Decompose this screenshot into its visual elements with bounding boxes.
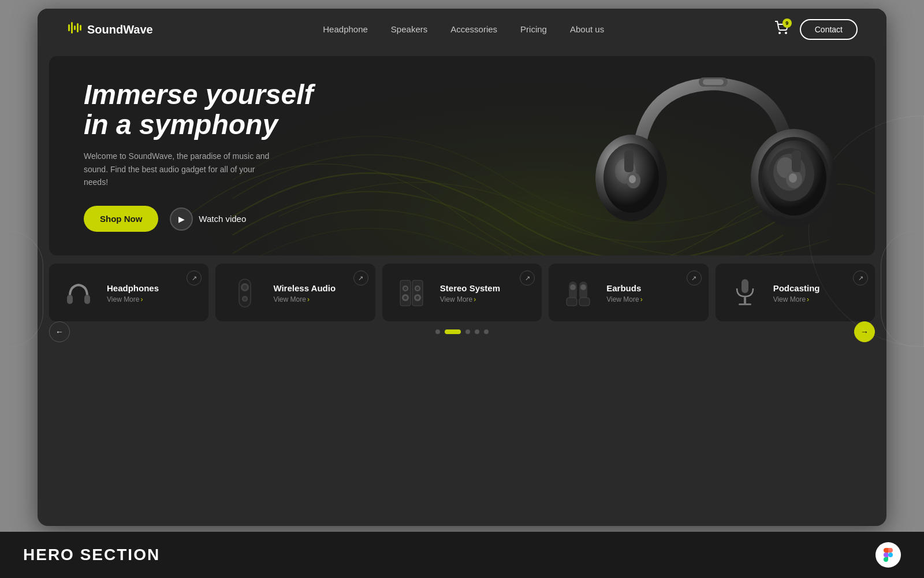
svg-rect-22 — [703, 79, 724, 85]
section-label: HERO SECTION — [23, 546, 160, 564]
view-more: View More› — [107, 295, 159, 303]
svg-rect-33 — [400, 280, 411, 306]
figma-icon — [875, 542, 901, 568]
nav-right: 9 Contact — [774, 19, 858, 40]
product-name: Wireless Audio — [273, 283, 336, 293]
dot-3[interactable] — [465, 329, 470, 334]
hero-subtitle: Welcome to SoundWave, the paradise of mu… — [84, 150, 280, 188]
svg-rect-2 — [74, 25, 76, 30]
svg-rect-50 — [744, 297, 746, 303]
view-more: View More› — [606, 295, 642, 303]
dot-1[interactable] — [435, 329, 440, 334]
svg-rect-23 — [624, 150, 634, 172]
browser-window: SoundWave Headphone Speakers Accessories… — [38, 9, 886, 526]
nav-item-headphone[interactable]: Headphone — [323, 24, 368, 35]
bottom-bar: HERO SECTION — [0, 532, 924, 578]
logo-icon — [66, 20, 83, 39]
arrow-icon: ↗ — [520, 271, 535, 286]
svg-rect-49 — [742, 279, 748, 293]
product-info-podcasting: Podcasting View More› — [773, 283, 820, 303]
svg-rect-47 — [567, 298, 577, 306]
next-button[interactable]: → — [854, 321, 875, 342]
product-name: Stereo System — [440, 283, 500, 293]
svg-rect-25 — [67, 295, 73, 304]
dot-5[interactable] — [484, 329, 489, 334]
play-icon: ▶ — [170, 208, 193, 231]
svg-rect-3 — [77, 23, 79, 32]
svg-point-42 — [416, 296, 419, 299]
svg-point-20 — [789, 173, 797, 183]
hero-section: Immerse yourself in a symphony Welcome t… — [49, 56, 875, 255]
stereo-icon — [392, 273, 432, 313]
svg-rect-43 — [569, 281, 577, 300]
svg-rect-4 — [80, 25, 81, 31]
svg-rect-44 — [579, 281, 587, 300]
hero-actions: Shop Now ▶ Watch video — [84, 206, 314, 232]
svg-rect-48 — [579, 298, 590, 306]
svg-rect-0 — [68, 24, 70, 31]
svg-point-46 — [580, 284, 586, 290]
nav-item-speakers[interactable]: Speakers — [391, 24, 427, 35]
dot-2-active[interactable] — [445, 329, 461, 334]
product-name: Headphones — [107, 283, 159, 293]
dot-4[interactable] — [475, 329, 479, 334]
watch-video-button[interactable]: ▶ Watch video — [170, 208, 246, 231]
product-info-earbuds: Earbuds View More› — [606, 283, 642, 303]
prev-button[interactable]: ← — [49, 321, 70, 342]
svg-rect-1 — [71, 22, 73, 34]
nav-item-pricing[interactable]: Pricing — [520, 24, 547, 35]
speaker-icon — [225, 273, 265, 313]
cart-button[interactable]: 9 — [774, 21, 788, 38]
navbar: SoundWave Headphone Speakers Accessories… — [38, 9, 886, 50]
arrow-icon: ↗ — [353, 271, 368, 286]
svg-point-38 — [416, 287, 419, 290]
product-card-earbuds[interactable]: ↗ Earbuds View More› — [549, 264, 708, 321]
product-info-stereo: Stereo System View More› — [440, 283, 500, 303]
svg-point-30 — [243, 285, 247, 290]
products-row: ↗ Headphones View More› ↗ — [49, 264, 875, 321]
nav-item-accessories[interactable]: Accessories — [450, 24, 497, 35]
svg-rect-24 — [792, 150, 801, 172]
product-card-podcasting[interactable]: ↗ Podcasting View More› — [716, 264, 875, 321]
hero-content: Immerse yourself in a symphony Welcome t… — [49, 57, 348, 255]
contact-button[interactable]: Contact — [800, 19, 858, 40]
headphone-svg — [580, 56, 846, 255]
product-info-headphones: Headphones View More› — [107, 283, 159, 303]
shop-now-button[interactable]: Shop Now — [84, 206, 158, 232]
logo[interactable]: SoundWave — [66, 20, 153, 39]
arrow-icon: ↗ — [187, 271, 202, 286]
product-name: Podcasting — [773, 283, 820, 293]
svg-point-40 — [404, 296, 407, 299]
product-card-headphones[interactable]: ↗ Headphones View More› — [49, 264, 208, 321]
svg-rect-51 — [739, 303, 751, 305]
svg-rect-26 — [84, 295, 90, 304]
product-name: Earbuds — [606, 283, 642, 293]
cart-badge: 9 — [783, 18, 792, 28]
svg-point-5 — [779, 32, 780, 34]
mic-icon — [725, 273, 765, 313]
hero-image — [569, 56, 858, 255]
logo-text: SoundWave — [87, 23, 153, 36]
product-card-stereo[interactable]: ↗ Stereo System View Mor — [382, 264, 542, 321]
headphones-icon — [58, 273, 99, 313]
arrow-icon: ↗ — [687, 271, 702, 286]
svg-point-45 — [570, 284, 576, 290]
nav-links: Headphone Speakers Accessories Pricing A… — [323, 24, 604, 35]
svg-point-32 — [243, 297, 247, 301]
svg-point-36 — [404, 287, 407, 290]
product-card-wireless[interactable]: ↗ Wireless Audio View More› — [215, 264, 375, 321]
view-more: View More› — [773, 295, 820, 303]
arrow-icon: ↗ — [853, 271, 868, 286]
earbuds-icon — [558, 273, 598, 313]
svg-rect-34 — [412, 280, 423, 306]
svg-point-12 — [629, 175, 636, 183]
svg-point-6 — [785, 32, 787, 34]
product-info-wireless: Wireless Audio View More› — [273, 283, 336, 303]
pagination-row: ← → — [38, 329, 886, 334]
view-more: View More› — [440, 295, 500, 303]
view-more: View More› — [273, 295, 336, 303]
hero-title: Immerse yourself in a symphony — [84, 80, 314, 141]
nav-item-about[interactable]: About us — [570, 24, 604, 35]
